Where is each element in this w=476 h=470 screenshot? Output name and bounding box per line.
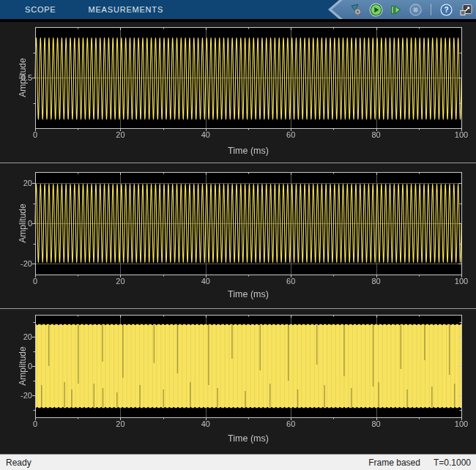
x-tick-label: 40 xyxy=(201,130,210,139)
tab-scope[interactable]: SCOPE xyxy=(25,5,56,14)
svg-text:?: ? xyxy=(444,6,448,14)
x-tick-label: 0 xyxy=(33,419,37,428)
run-icon[interactable] xyxy=(369,3,383,17)
y-tick-label: 20 xyxy=(0,332,32,341)
waveform-plot-1[interactable] xyxy=(0,22,476,163)
scope-display-1: Amplitude Time (ms) 0204060801000.5 xyxy=(0,22,476,163)
y-tick-label: 0 xyxy=(0,362,32,370)
x-tick-label: 100 xyxy=(455,130,468,139)
x-tick-label: 60 xyxy=(286,277,295,286)
x-tick-label: 60 xyxy=(286,130,295,139)
tab-measurements[interactable]: MEASUREMENTS xyxy=(89,5,164,14)
x-axis-label-2: Time (ms) xyxy=(35,289,461,299)
status-sim-time: T=0.1000 xyxy=(434,458,471,468)
simulate-settings-icon[interactable] xyxy=(349,3,363,17)
status-frame-mode: Frame based xyxy=(368,458,420,468)
dock-icon[interactable] xyxy=(459,3,473,17)
waveform-plot-3[interactable] xyxy=(0,309,476,454)
x-tick-label: 20 xyxy=(116,130,124,139)
x-tick-label: 40 xyxy=(201,419,210,428)
scope-display-2: Amplitude Time (ms) 020406080100200-20 xyxy=(0,163,476,308)
toolbar-separator xyxy=(431,4,431,15)
x-tick-label: 20 xyxy=(116,419,124,428)
step-forward-icon[interactable] xyxy=(389,3,403,17)
quick-access-toolbar: ? xyxy=(328,0,476,19)
scope-display-3: Amplitude Time (ms) 020406080100200-20 xyxy=(0,309,476,454)
x-tick-label: 0 xyxy=(33,277,37,286)
x-tick-label: 100 xyxy=(455,419,468,428)
x-tick-label: 0 xyxy=(33,130,37,139)
status-message: Ready xyxy=(6,458,368,468)
status-bar: Ready Frame based T=0.1000 xyxy=(0,454,476,470)
scope-window: SCOPE MEASUREMENTS xyxy=(0,0,476,470)
y-tick-label: 20 xyxy=(0,179,32,187)
help-icon[interactable]: ? xyxy=(439,3,453,17)
x-tick-label: 80 xyxy=(371,419,380,428)
x-axis-label-3: Time (ms) xyxy=(35,433,461,444)
y-tick-label: 0.5 xyxy=(0,73,32,82)
x-tick-label: 60 xyxy=(286,419,295,428)
x-tick-label: 20 xyxy=(116,277,124,286)
x-tick-label: 100 xyxy=(455,277,468,286)
toolstrip: SCOPE MEASUREMENTS xyxy=(0,0,476,22)
y-tick-label: 0 xyxy=(0,219,32,228)
y-tick-label: -20 xyxy=(0,259,32,268)
stop-icon xyxy=(409,3,423,17)
x-tick-label: 80 xyxy=(371,130,380,139)
y-tick-label: -20 xyxy=(0,391,32,400)
x-tick-label: 40 xyxy=(201,277,210,286)
tab-bar: SCOPE MEASUREMENTS xyxy=(0,0,163,19)
x-axis-label-1: Time (ms) xyxy=(35,146,461,156)
x-tick-label: 80 xyxy=(371,277,380,286)
waveform-plot-2[interactable] xyxy=(0,163,476,308)
